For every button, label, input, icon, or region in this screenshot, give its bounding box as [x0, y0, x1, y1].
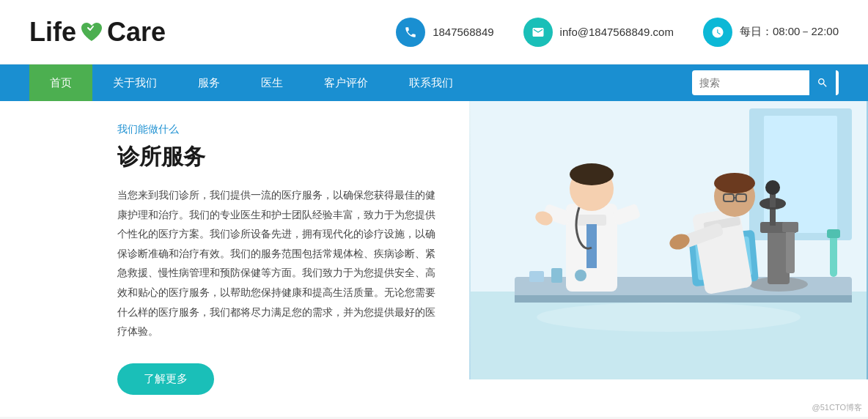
svg-rect-19	[827, 229, 840, 238]
clock-icon	[711, 26, 724, 39]
nav-item-home[interactable]: 首页	[29, 64, 92, 101]
search-icon	[817, 77, 828, 89]
phone-icon	[404, 26, 417, 39]
email-icon-box	[523, 18, 553, 47]
nav-item-doctors[interactable]: 医生	[240, 64, 304, 101]
navbar: 首页 关于我们 服务 医生 客户评价 联系我们	[0, 64, 868, 101]
hours-contact: 每日：08:00－22:00	[703, 18, 839, 47]
email-contact: info@1847568849.com	[523, 18, 674, 47]
section-body: 当您来到我们诊所，我们提供一流的医疗服务，以确保您获得最佳的健康护理和治疗。我们…	[117, 185, 440, 341]
nav-item-services[interactable]: 服务	[177, 64, 240, 101]
nav-items: 首页 关于我们 服务 医生 客户评价 联系我们	[29, 64, 692, 101]
email-icon	[532, 26, 545, 39]
svg-point-30	[714, 173, 755, 193]
logo-text: Life Care	[29, 17, 166, 48]
nav-item-reviews[interactable]: 客户评价	[304, 64, 389, 101]
section-title: 诊所服务	[117, 142, 440, 172]
hours-text: 每日：08:00－22:00	[740, 25, 839, 39]
main-content: 我们能做什么 诊所服务 当您来到我们诊所，我们提供一流的医疗服务，以确保您获得最…	[0, 101, 868, 417]
topbar: Life Care 1847568849 info@1847568849.com	[0, 0, 868, 64]
watermark: @51CTO博客	[812, 402, 862, 413]
svg-rect-37	[529, 271, 544, 282]
svg-rect-14	[786, 229, 795, 273]
logo-life: Life	[29, 17, 76, 48]
doctor-scene-illustration	[469, 101, 868, 379]
search-box	[692, 70, 839, 95]
doctor-image	[469, 101, 868, 379]
svg-point-13	[765, 180, 780, 195]
nav-item-contact[interactable]: 联系我们	[389, 64, 474, 101]
logo: Life Care	[29, 17, 166, 48]
heart-icon	[79, 21, 104, 43]
search-input[interactable]	[692, 70, 809, 95]
nav-item-about[interactable]: 关于我们	[92, 64, 177, 101]
svg-point-39	[575, 270, 586, 281]
phone-number: 1847568849	[433, 26, 493, 38]
section-label: 我们能做什么	[117, 123, 440, 136]
content-left: 我们能做什么 诊所服务 当您来到我们诊所，我们提供一流的医疗服务，以确保您获得最…	[0, 101, 469, 417]
phone-contact: 1847568849	[396, 18, 493, 47]
logo-care: Care	[107, 17, 166, 48]
svg-point-40	[537, 303, 801, 332]
clock-icon-box	[703, 18, 732, 47]
svg-rect-15	[782, 222, 798, 232]
content-right	[469, 101, 868, 417]
svg-rect-18	[830, 233, 837, 277]
learn-more-button[interactable]: 了解更多	[117, 363, 214, 395]
svg-rect-38	[551, 268, 562, 283]
svg-point-22	[570, 163, 614, 185]
svg-rect-23	[577, 215, 606, 226]
email-address: info@1847568849.com	[560, 26, 674, 38]
search-button[interactable]	[809, 70, 836, 95]
phone-icon-box	[396, 18, 425, 47]
svg-rect-6	[515, 295, 852, 303]
svg-rect-24	[586, 224, 597, 268]
